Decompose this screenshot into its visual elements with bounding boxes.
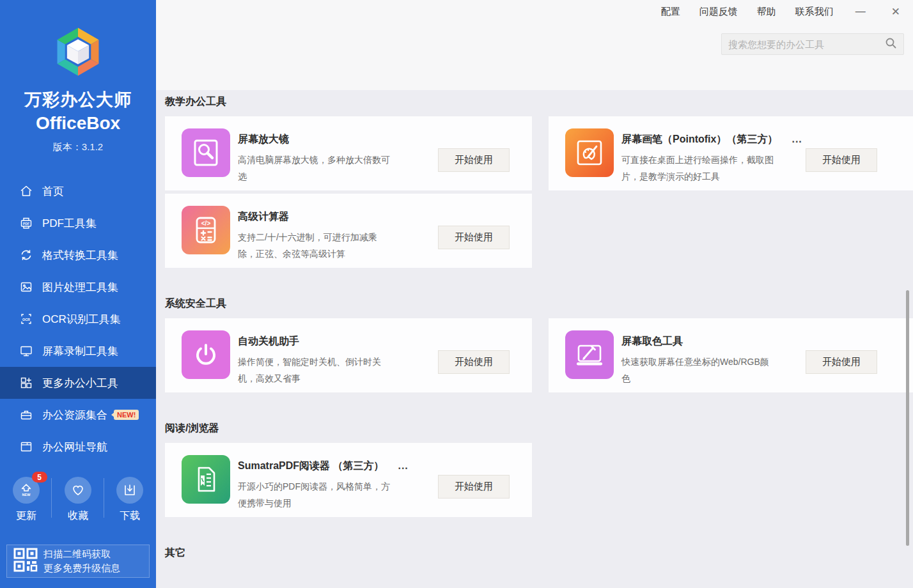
tool-title: 屏幕放大镜	[238, 133, 289, 146]
sidebar-item-label: 首页	[42, 184, 64, 199]
screen-record-icon	[19, 344, 33, 358]
sidebar-item-label: 更多办公小工具	[42, 376, 118, 391]
close-button[interactable]: ✕	[891, 5, 900, 19]
sidebar-item-label: 格式转换工具集	[42, 248, 118, 263]
calculator-icon: </>	[182, 206, 230, 254]
sidebar-item-image-tools[interactable]: 图片处理工具集	[0, 271, 156, 303]
pdf-reader-icon	[182, 455, 230, 504]
app-version: 版本：3.1.2	[0, 141, 156, 153]
start-use-button[interactable]: 开始使用	[806, 350, 877, 374]
more-tools-icon	[19, 376, 33, 390]
start-use-button[interactable]: 开始使用	[438, 148, 510, 172]
sidebar-item-label: PDF工具集	[42, 216, 97, 231]
update-count-badge: 5	[32, 472, 47, 483]
search-input[interactable]	[728, 39, 885, 50]
tool-description: 高清电脑屏幕放大镜，多种放大倍数可选	[238, 151, 393, 185]
sidebar-item-label: OCR识别工具集	[42, 312, 121, 327]
power-icon	[182, 330, 230, 379]
ocr-icon: OCR	[19, 312, 33, 326]
header	[156, 23, 913, 90]
download-button[interactable]: 下载	[104, 477, 156, 523]
sidebar-item-screen-record[interactable]: 屏幕录制工具集	[0, 335, 156, 367]
tool-card-screen-magnifier: 屏幕放大镜 高清电脑屏幕放大镜，多种放大倍数可选 开始使用	[165, 116, 532, 190]
section-title-teaching: 教学办公工具	[165, 95, 913, 109]
tools-content: 教学办公工具 屏幕放大镜 高清电脑屏幕放大镜，多种放大倍数可选 开始使用	[156, 90, 913, 588]
menu-help[interactable]: 帮助	[757, 6, 776, 18]
tool-description: 操作简便，智能定时关机、倒计时关机，高效又省事	[238, 353, 393, 387]
section-title-other: 其它	[165, 546, 913, 560]
search-icon[interactable]	[885, 37, 897, 52]
tool-title: 高级计算器	[238, 210, 289, 224]
color-picker-icon	[565, 330, 614, 379]
favorites-button[interactable]: 收藏	[52, 477, 104, 523]
sidebar-item-label: 办公网址导航	[42, 440, 107, 454]
start-use-button[interactable]: 开始使用	[438, 475, 510, 499]
image-icon	[19, 280, 33, 294]
sidebar-actions: NEW 5 更新 收藏 下载	[0, 477, 156, 523]
svg-text:NEW: NEW	[22, 493, 31, 497]
download-label: 下载	[104, 509, 156, 523]
sidebar-item-web-navigation[interactable]: 办公网址导航	[0, 431, 156, 463]
officebox-window: 万彩办公大师 OfficeBox 版本：3.1.2 首页 PDF PDF工具集 …	[0, 0, 913, 588]
sidebar-item-more-tools[interactable]: 更多办公小工具	[0, 367, 156, 399]
start-use-button[interactable]: 开始使用	[438, 350, 510, 374]
main-area: 配置 问题反馈 帮助 联系我们 — ✕ 教学办公工具	[156, 0, 913, 588]
title-bar: 配置 问题反馈 帮助 联系我们 — ✕	[156, 0, 913, 23]
sidebar-item-office-resources[interactable]: 办公资源集合 NEW!	[0, 399, 156, 431]
sidebar-item-ocr-tools[interactable]: OCR OCR识别工具集	[0, 303, 156, 335]
web-nav-icon	[19, 440, 33, 454]
more-dots[interactable]: ...	[792, 134, 802, 145]
search-box	[721, 33, 904, 55]
download-icon	[116, 477, 143, 504]
sidebar-nav: 首页 PDF PDF工具集 格式转换工具集 图片处理工具集	[0, 175, 156, 463]
svg-text:</>: </>	[201, 220, 211, 227]
scrollbar[interactable]	[906, 290, 909, 546]
sidebar-item-home[interactable]: 首页	[0, 175, 156, 207]
menu-contact-us[interactable]: 联系我们	[795, 6, 834, 18]
qr-text-line1: 扫描二维码获取	[43, 547, 120, 561]
convert-icon	[19, 248, 33, 262]
tool-card-auto-shutdown: 自动关机助手 操作简便，智能定时关机、倒计时关机，高效又省事 开始使用	[165, 318, 532, 392]
resources-icon	[19, 408, 33, 422]
update-label: 更新	[0, 509, 52, 523]
sidebar-item-pdf-tools[interactable]: PDF PDF工具集	[0, 207, 156, 239]
menu-settings[interactable]: 配置	[661, 6, 680, 18]
tool-title: SumatraPDF阅读器 （第三方）	[238, 460, 384, 473]
start-use-button[interactable]: 开始使用	[438, 226, 510, 249]
app-name-english: OfficeBox	[0, 113, 156, 134]
sidebar-item-label: 屏幕录制工具集	[42, 344, 118, 359]
svg-text:OCR: OCR	[22, 318, 30, 321]
app-logo	[0, 0, 156, 82]
palette-icon	[565, 128, 614, 177]
tool-card-sumatra-pdf: SumatraPDF阅读器 （第三方）... 开源小巧的PDF阅读器，风格简单，…	[165, 443, 532, 517]
minimize-button[interactable]: —	[855, 6, 866, 17]
sidebar-item-label: 办公资源集合	[42, 408, 107, 422]
svg-text:PDF: PDF	[23, 222, 29, 226]
new-badge: NEW!	[114, 410, 139, 420]
tool-card-advanced-calculator: </> 高级计算器 支持二/十/十六进制，可进行加减乘除，正弦、余弦等高级计算 …	[165, 194, 532, 268]
heart-icon	[65, 477, 91, 504]
qr-panel: 扫描二维码获取 更多免费升级信息	[6, 545, 150, 578]
sidebar: 万彩办公大师 OfficeBox 版本：3.1.2 首页 PDF PDF工具集 …	[0, 0, 156, 588]
sidebar-item-label: 图片处理工具集	[42, 280, 118, 295]
tool-description: 可直接在桌面上进行绘画操作，截取图片，是教学演示的好工具	[621, 151, 776, 185]
update-button[interactable]: NEW 5 更新	[0, 477, 52, 523]
qr-code-icon	[13, 548, 38, 575]
app-name-chinese: 万彩办公大师	[0, 88, 156, 111]
sidebar-item-format-convert[interactable]: 格式转换工具集	[0, 239, 156, 271]
tool-card-color-picker: 屏幕取色工具 快速获取屏幕任意坐标的Web/RGB颜色 开始使用	[549, 318, 913, 392]
tool-card-screen-pen: 屏幕画笔（Pointofix）（第三方）... 可直接在桌面上进行绘画操作，截取…	[549, 116, 913, 190]
section-title-reader-browser: 阅读/浏览器	[165, 422, 913, 435]
tool-title: 屏幕画笔（Pointofix）（第三方）	[621, 133, 777, 146]
favorites-label: 收藏	[52, 509, 104, 523]
qr-text-line2: 更多免费升级信息	[43, 561, 120, 575]
tool-title: 屏幕取色工具	[621, 335, 683, 348]
tool-description: 快速获取屏幕任意坐标的Web/RGB颜色	[621, 353, 776, 387]
section-title-system-security: 系统安全工具	[165, 297, 913, 311]
tool-description: 开源小巧的PDF阅读器，风格简单，方便携带与使用	[238, 478, 393, 511]
tool-title: 自动关机助手	[238, 335, 299, 348]
more-dots[interactable]: ...	[398, 460, 408, 472]
magnifier-icon	[182, 128, 230, 177]
start-use-button[interactable]: 开始使用	[806, 148, 877, 172]
menu-feedback[interactable]: 问题反馈	[699, 6, 738, 18]
